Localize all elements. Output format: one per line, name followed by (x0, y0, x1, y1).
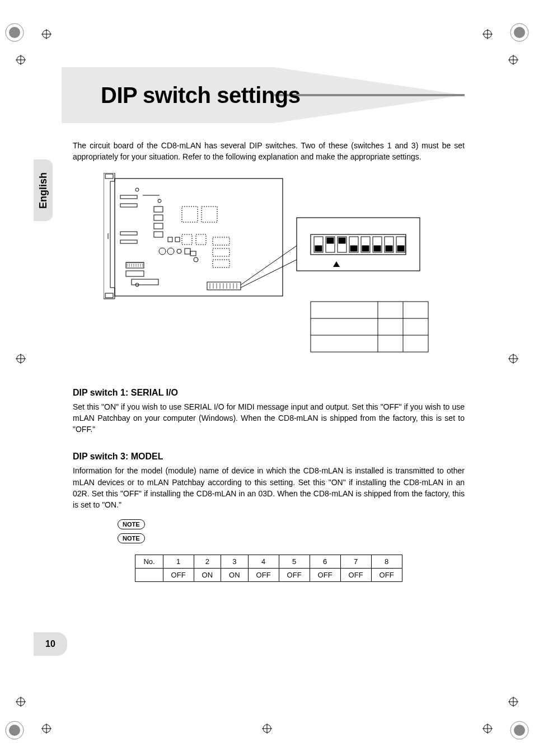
page-title: DIP switch settings (73, 67, 465, 108)
svg-rect-58 (182, 206, 198, 222)
registration-mark-icon (508, 354, 518, 364)
registration-mark-icon (16, 697, 26, 707)
svg-rect-51 (120, 240, 137, 243)
page-number: 10 (45, 639, 55, 649)
svg-point-68 (194, 257, 198, 262)
svg-point-66 (177, 249, 181, 253)
registration-mark-icon (16, 55, 26, 65)
svg-rect-57 (154, 232, 163, 237)
svg-rect-49 (120, 204, 137, 207)
table-header-cell: No. (135, 555, 163, 568)
note-2: NOTE (118, 533, 465, 543)
table-cell: ON (194, 568, 221, 581)
table-row: OFF ON ON OFF OFF OFF OFF OFF (135, 568, 402, 581)
svg-rect-103 (386, 246, 392, 251)
registration-mark-icon (483, 29, 493, 39)
svg-rect-95 (339, 238, 345, 243)
svg-point-7 (514, 725, 525, 736)
page-number-tab: 10 (34, 632, 67, 656)
svg-rect-54 (154, 206, 163, 212)
page-content: DIP switch settings The circuit board of… (73, 67, 465, 582)
title-banner: DIP switch settings (73, 67, 465, 123)
svg-rect-97 (350, 246, 357, 251)
table-cell: OFF (340, 568, 371, 581)
table-cell: OFF (310, 568, 340, 581)
svg-rect-63 (175, 237, 180, 242)
svg-point-5 (9, 725, 20, 736)
svg-rect-93 (327, 238, 334, 243)
prepress-corner-top-left (4, 22, 25, 43)
svg-rect-56 (154, 223, 163, 229)
svg-rect-73 (126, 262, 144, 268)
table-cell: OFF (371, 568, 402, 581)
svg-point-1 (9, 27, 20, 38)
svg-rect-48 (120, 195, 137, 199)
settings-table-wrap: No. 1 2 3 4 5 6 7 8 OFF ON ON OFF OFF OF… (73, 555, 465, 582)
svg-rect-69 (190, 251, 196, 256)
svg-rect-60 (182, 234, 192, 245)
prepress-corner-bottom-left (4, 720, 25, 740)
registration-mark-icon (508, 697, 518, 707)
prepress-corner-bottom-right (509, 720, 530, 740)
intro-paragraph: The circuit board of the CD8-mLAN has se… (73, 140, 465, 163)
table-header-cell: 8 (371, 555, 402, 568)
registration-mark-icon (508, 55, 518, 65)
svg-rect-45 (105, 293, 113, 298)
svg-rect-70 (213, 237, 229, 245)
registration-mark-icon (483, 724, 493, 734)
svg-point-65 (167, 248, 174, 255)
svg-rect-91 (315, 246, 322, 251)
table-header-cell: 3 (221, 555, 249, 568)
section2-title: DIP switch 3: MODEL (73, 452, 465, 462)
svg-point-3 (514, 27, 525, 38)
svg-rect-44 (105, 174, 113, 179)
svg-rect-55 (154, 215, 163, 220)
table-header-cell: 5 (279, 555, 310, 568)
table-cell (135, 568, 163, 581)
svg-rect-107 (311, 302, 428, 352)
table-header-cell: 1 (163, 555, 194, 568)
svg-rect-105 (397, 246, 404, 251)
svg-rect-43 (115, 179, 283, 296)
svg-line-86 (241, 246, 297, 285)
registration-mark-icon (41, 724, 51, 734)
svg-point-46 (135, 188, 139, 191)
svg-rect-99 (362, 246, 369, 251)
table-cell: OFF (279, 568, 310, 581)
svg-rect-72 (213, 260, 229, 267)
language-label: English (38, 172, 49, 208)
note-badge: NOTE (118, 519, 145, 529)
note-1: NOTE (118, 519, 465, 529)
svg-rect-62 (168, 237, 172, 242)
svg-rect-59 (202, 206, 217, 222)
section1-body: Set this "ON" if you wish to use SERIAL … (73, 401, 465, 435)
registration-mark-icon (41, 29, 51, 39)
svg-line-87 (241, 260, 297, 288)
table-header-row: No. 1 2 3 4 5 6 7 8 (135, 555, 402, 568)
note-badge: NOTE (118, 533, 145, 543)
svg-rect-76 (207, 282, 241, 290)
table-cell: OFF (163, 568, 194, 581)
table-header-cell: 7 (340, 555, 371, 568)
table-cell: ON (221, 568, 249, 581)
svg-rect-61 (196, 234, 206, 245)
registration-mark-icon (16, 354, 26, 364)
svg-point-53 (158, 199, 161, 203)
svg-marker-106 (333, 261, 340, 267)
table-cell: OFF (248, 568, 279, 581)
svg-rect-71 (213, 248, 229, 256)
svg-rect-74 (126, 271, 144, 276)
prepress-corner-top-right (509, 22, 530, 43)
svg-rect-101 (374, 246, 381, 251)
table-header-cell: 6 (310, 555, 340, 568)
circuit-board-diagram (104, 173, 434, 365)
svg-point-64 (159, 248, 166, 255)
svg-rect-67 (185, 248, 190, 254)
svg-rect-50 (120, 232, 137, 235)
language-tab: English (34, 159, 53, 221)
registration-mark-icon (262, 724, 272, 734)
section1-title: DIP switch 1: SERIAL I/O (73, 388, 465, 398)
table-header-cell: 2 (194, 555, 221, 568)
section2-body: Information for the model (module) name … (73, 465, 465, 510)
settings-table: No. 1 2 3 4 5 6 7 8 OFF ON ON OFF OFF OF… (135, 555, 402, 582)
